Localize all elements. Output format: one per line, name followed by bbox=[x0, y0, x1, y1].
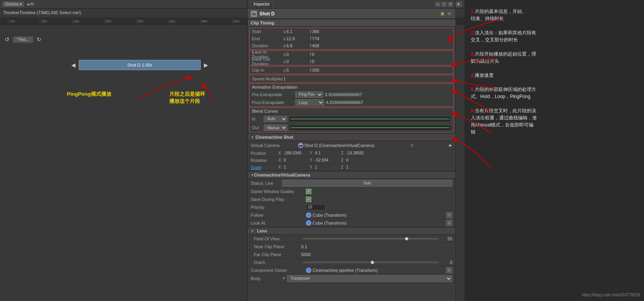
vc-ref-goto-btn[interactable]: ▶ bbox=[449, 143, 452, 147]
body-triangle-icon: ▼ bbox=[282, 277, 285, 280]
dutch-val: 0 bbox=[440, 260, 452, 265]
fov-slider[interactable] bbox=[303, 238, 439, 240]
annotation-5: 5.片段的外部延伸区域的处理方式。Hold，Loop，PingPong bbox=[471, 86, 638, 100]
blend-out-curve-line bbox=[291, 127, 449, 128]
clip-in-label: Clip In bbox=[252, 68, 283, 72]
clip-in-box: Clip In s 5 f 300 bbox=[249, 66, 454, 74]
look-at-select-btn[interactable]: ⊙ bbox=[446, 220, 452, 226]
dutch-thumb bbox=[371, 261, 374, 264]
vc-ref-name: Shot D (CinemachineVirtualCamera) bbox=[304, 143, 374, 148]
scale-label[interactable]: Scale bbox=[251, 165, 278, 170]
undo-button[interactable]: ↺ bbox=[3, 35, 11, 43]
game-window-guides-checkbox[interactable]: ✓ bbox=[306, 189, 311, 194]
far-clip-label: Far Clip Plane bbox=[254, 252, 301, 257]
follow-select-btn[interactable]: ⊙ bbox=[446, 212, 452, 218]
game-window-guides-label: Game Window Guides bbox=[251, 189, 306, 194]
shot-clip[interactable]: ◀ Shot D 1.00x ▶ bbox=[79, 60, 201, 70]
virtual-camera-row: Virtual Camera 📷 Shot D (CinemachineVirt… bbox=[248, 141, 455, 150]
options-button[interactable]: ≡ bbox=[447, 11, 452, 17]
vc-ref-icon: 📷 bbox=[298, 143, 303, 148]
blend-in-dropdown[interactable]: Auto Manual bbox=[264, 116, 287, 122]
scale-x: 1 bbox=[284, 165, 307, 169]
clip-timing-box: Start s 6.1 f 366 End s 12.9 f 774 Durat… bbox=[249, 28, 454, 50]
dur-s-label: s bbox=[283, 43, 286, 48]
dutch-slider[interactable] bbox=[303, 262, 439, 263]
start-s-label: s bbox=[283, 29, 286, 34]
comp-owner-label: Component Owner bbox=[251, 268, 306, 273]
comp-owner-select-btn[interactable]: ⊙ bbox=[446, 267, 452, 273]
win-controls: — □ ✕ bbox=[435, 2, 453, 7]
comp-owner-ref-icon: 🔷 bbox=[306, 268, 311, 273]
far-clip-val: 5000 bbox=[301, 252, 311, 257]
body-value: ▼ Transposer Do Nothing Hard Look At bbox=[282, 275, 452, 282]
ruler-mark-120: 120 bbox=[8, 17, 40, 25]
inspector-header: Inspector — □ ✕ bbox=[248, 0, 455, 9]
follow-label: Follow bbox=[251, 213, 306, 217]
duration-label: Duration bbox=[252, 43, 283, 48]
save-during-play-row: Save During Play ✓ bbox=[248, 195, 455, 203]
priority-value bbox=[306, 204, 452, 210]
look-at-ref: 🔷 Cube (Transform) ⊙ bbox=[306, 220, 452, 226]
test-button[interactable]: *Test... bbox=[13, 36, 33, 43]
speed-box: Speed Multiplier 1 bbox=[249, 75, 454, 83]
clip-label: Shot D 1.00x bbox=[127, 63, 152, 67]
vc-ref: 📷 Shot D (CinemachineVirtualCamera) ⊙ ▶ bbox=[298, 143, 452, 148]
cvc-title: CinemachineVirtualCamera bbox=[254, 173, 310, 177]
end-f-label: f bbox=[310, 36, 311, 41]
pre-extra-dropdown[interactable]: Ping Pon Hold Loop bbox=[295, 91, 323, 98]
inspector-tab[interactable]: Inspector bbox=[250, 1, 273, 7]
fov-val: 55 bbox=[440, 236, 452, 241]
post-extra-label: Post-Extrapolate bbox=[252, 100, 295, 105]
vc-ref-select-btn[interactable]: ⊙ bbox=[410, 143, 413, 147]
pingpong-annotation: PingPong模式播放 bbox=[67, 91, 111, 98]
status-label: Status: Live bbox=[251, 181, 282, 186]
minimize-button[interactable]: — bbox=[435, 2, 440, 7]
blend-in-curve-line bbox=[291, 119, 449, 119]
post-extra-dropdown[interactable]: Loop Hold PingPong bbox=[295, 99, 324, 106]
priority-input[interactable] bbox=[306, 204, 326, 210]
dur-f-label: f bbox=[310, 43, 311, 48]
dutch-row: Dutch 0 bbox=[248, 258, 455, 266]
ruler-mark-420: 420 bbox=[168, 17, 200, 25]
close-button[interactable]: ✕ bbox=[448, 2, 453, 7]
ease-out-label: Ease Out Duration bbox=[252, 57, 283, 66]
lock-button[interactable]: 🔒 bbox=[440, 11, 445, 17]
anim-extra-box: Animation Extrapolation Pre-Extrapolate … bbox=[249, 84, 454, 107]
blend-out-curve bbox=[289, 124, 451, 131]
look-at-row: Look At 🔷 Cube (Transform) ⊙ bbox=[248, 219, 455, 227]
vc-label: Virtual Camera bbox=[251, 143, 298, 148]
ease-out-s-val: 0 bbox=[287, 59, 310, 64]
ease-out-row: Ease Out Duration s 0 f 0 bbox=[250, 58, 453, 65]
body-dropdown[interactable]: Transposer Do Nothing Hard Look At bbox=[287, 275, 452, 282]
game-window-guides-row: Game Window Guides ✓ bbox=[248, 188, 455, 195]
fov-thumb bbox=[405, 237, 408, 240]
blend-header: Blend Curves bbox=[250, 108, 453, 115]
end-s-label: s bbox=[283, 36, 286, 41]
ease-in-f-val: 0 bbox=[312, 52, 315, 57]
timeline-title: TimelineTimeline (TIMELINE Select me!) bbox=[3, 10, 81, 15]
post-extra-val: 4.01666666666667 bbox=[326, 100, 363, 105]
cinemachine-shot-header: ▼ Cinemachine Shot bbox=[248, 133, 455, 141]
ruler-mark-300: 300 bbox=[104, 17, 136, 25]
duration-row: Duration s 6.8 f 408 bbox=[250, 42, 453, 49]
solo-button[interactable]: Solo bbox=[282, 180, 452, 187]
follow-ref: 🔷 Cube (Transform) ⊙ bbox=[306, 212, 452, 218]
ease-out-f-val: 0 bbox=[312, 59, 315, 64]
annotation-6: 6.当有片段交叉时，此片段的淡入淡出权重，通过曲线编辑，使用Manual模式，在… bbox=[471, 107, 638, 136]
ease-in-s-val: 0 bbox=[287, 52, 310, 57]
all-label: ◈All bbox=[27, 2, 34, 6]
maximize-button[interactable]: □ bbox=[441, 2, 447, 7]
rotation-label: Rotation bbox=[251, 158, 278, 163]
blend-out-dropdown[interactable]: Manual Auto bbox=[264, 124, 287, 131]
follow-ref-name: Cube (Transform) bbox=[313, 213, 346, 217]
redo-button[interactable]: ↻ bbox=[35, 35, 43, 43]
ruler-mark-480: 480 bbox=[200, 17, 232, 25]
scale-y: 1 bbox=[315, 165, 339, 169]
save-during-play-checkbox[interactable]: ✓ bbox=[306, 197, 311, 202]
blend-out-row: Out Manual Auto bbox=[250, 123, 453, 132]
cm-section-title: Cinemachine Shot bbox=[255, 135, 293, 139]
gizmos-button[interactable]: Gizmos ▾ bbox=[2, 1, 24, 7]
follow-ref-icon: 🔷 bbox=[306, 212, 311, 218]
cvc-header: ▼ CinemachineVirtualCamera bbox=[248, 171, 455, 179]
anim-extra-header: Animation Extrapolation bbox=[250, 84, 453, 91]
